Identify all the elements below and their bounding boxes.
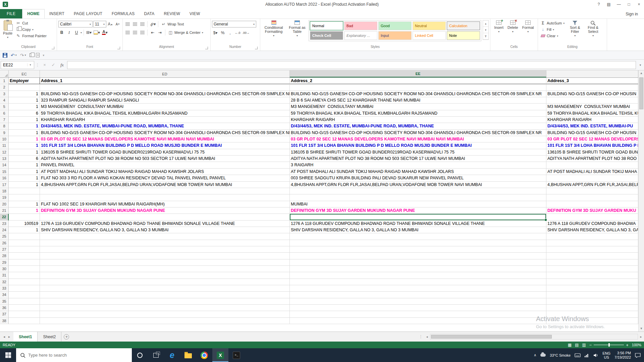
row-header-26[interactable]: 26	[0, 240, 9, 246]
name-box-dropdown[interactable]: ▾	[27, 63, 33, 66]
cell-EF34[interactable]	[546, 292, 638, 298]
row-header-11[interactable]: 11	[0, 142, 9, 149]
edge-button[interactable]: e	[164, 348, 180, 362]
align-top-button[interactable]	[124, 21, 131, 27]
underline-button[interactable]: U	[73, 29, 80, 36]
cell-style-neutral[interactable]: Neutral	[413, 21, 446, 30]
formula-input[interactable]	[67, 63, 636, 67]
row-header-20[interactable]: 20	[0, 201, 9, 207]
row-header-33[interactable]: 33	[0, 285, 9, 292]
cell-EC29[interactable]	[9, 259, 40, 266]
cortana-button[interactable]	[132, 348, 148, 362]
cell-EC37[interactable]	[9, 311, 40, 317]
cell-ED31[interactable]	[40, 272, 290, 279]
zoom-thumb[interactable]	[608, 343, 610, 347]
cell-ED6[interactable]: 59 THORIYA BHAGAL KIKA BHAGAL TEHSIL KUM…	[40, 110, 290, 117]
sheet-tab-sheet1[interactable]: Sheet1	[13, 331, 38, 342]
cell-EF18[interactable]	[546, 188, 638, 194]
align-center-button[interactable]	[131, 29, 138, 36]
new-sheet-button[interactable]: +	[61, 332, 71, 342]
align-right-button[interactable]	[139, 29, 146, 36]
cell-style-input[interactable]: Input	[378, 31, 412, 40]
cell-EF12[interactable]: 136105 B SHREE SHRUTI TOWER GOAD BUND	[546, 149, 638, 156]
horizontal-scroll-thumb[interactable]	[431, 335, 552, 339]
clear-button[interactable]: Clear▾	[539, 33, 566, 39]
cancel-entry-button[interactable]: ×	[41, 62, 48, 67]
row-header-5[interactable]: 5	[0, 104, 9, 110]
cell-EC38[interactable]	[9, 318, 40, 324]
cell-EF19[interactable]	[546, 194, 638, 201]
ribbon-tab-view[interactable]: VIEW	[185, 9, 205, 18]
fill-button[interactable]: ↓Fill▾	[539, 27, 566, 32]
cell-ED1[interactable]: Address_1	[40, 78, 290, 84]
cell-EE28[interactable]	[290, 253, 546, 259]
select-all-corner[interactable]	[0, 70, 9, 77]
cell-EE10[interactable]: 03 GR PLOT 02 SEC 12 MANAS DEVELOPERS KA…	[290, 136, 546, 142]
cell-EE9[interactable]: BUILDING NO-G/15 GANESH CO-OP HOUSING SO…	[290, 130, 546, 136]
cell-ED36[interactable]	[40, 305, 290, 311]
qat-new-document-button[interactable]	[36, 53, 40, 57]
cell-EF33[interactable]	[546, 285, 638, 292]
cell-EE13[interactable]: ADITYA NATH APARTMENT PLOT NO 38 ROOM NO…	[290, 156, 546, 162]
cell-EE38[interactable]	[290, 318, 546, 324]
cell-EE37[interactable]	[290, 311, 546, 317]
cell-EE7[interactable]: KHARGHAR RAIGARH	[290, 117, 546, 123]
vertical-scroll-thumb[interactable]	[639, 77, 643, 109]
cell-EE25[interactable]	[290, 233, 546, 240]
action-center-button[interactable]	[635, 353, 641, 358]
row-header-36[interactable]: 36	[0, 305, 9, 311]
cell-EF17[interactable]: 4,BHUSHAN APPT,GRN FLOR FLR,JASAI,BELP	[546, 182, 638, 188]
cell-EF30[interactable]	[546, 266, 638, 272]
cell-ED11[interactable]: 101 FLR 1ST 3/4 LOHA BHAVAN BUILDING P D…	[40, 142, 290, 149]
cell-EF28[interactable]	[546, 253, 638, 259]
cell-EE26[interactable]	[290, 240, 546, 246]
save-button[interactable]	[3, 53, 7, 58]
cell-EC26[interactable]	[9, 240, 40, 246]
number-format-select[interactable]: General▾	[212, 21, 256, 27]
decrease-font-size-button[interactable]: A▼	[114, 21, 121, 27]
name-box[interactable]: ▾	[1, 61, 34, 69]
cell-style-good[interactable]: Good	[378, 21, 412, 30]
cell-EF14[interactable]	[546, 162, 638, 168]
number-dialog-launcher[interactable]	[255, 47, 258, 49]
row-header-13[interactable]: 13	[0, 156, 9, 162]
cell-style-check-cell[interactable]: Check Cell	[310, 31, 343, 40]
formula-bar-expand-button[interactable]: ▾	[637, 63, 643, 67]
cell-EC31[interactable]	[9, 272, 40, 279]
delete-cells-button[interactable]: × Delete▾	[506, 19, 520, 35]
hscroll-right-button[interactable]: ▸	[638, 332, 644, 342]
cell-EC25[interactable]	[9, 233, 40, 240]
cell-ED9[interactable]: BUILDING NO-G/15 GANESH CO-OP HOUSING SO…	[40, 130, 290, 136]
font-name-select[interactable]: Calibri▾	[58, 21, 93, 27]
row-header-35[interactable]: 35	[0, 298, 9, 305]
format-as-table-button[interactable]: Format as Table ▾	[286, 19, 308, 39]
show-hidden-icons-button[interactable]: ∧	[534, 353, 536, 357]
terminal-button[interactable]: >_	[228, 348, 245, 362]
cell-EF38[interactable]	[546, 318, 638, 324]
cell-ED16[interactable]: FLAT NO 303 3 RD FLOOR A WING KOKAN RESI…	[40, 175, 290, 181]
paste-button[interactable]: Paste ▾	[1, 19, 14, 41]
row-header-14[interactable]: 14	[0, 162, 9, 168]
cell-EC16[interactable]: 1	[9, 175, 40, 181]
cell-EE36[interactable]	[290, 305, 546, 311]
gallery-down-button[interactable]: ▾	[483, 27, 488, 33]
cell-ED24[interactable]: SHIV DARSHAN RESIDENCY, GALLA NO 3, GALL…	[40, 227, 290, 233]
undo-button[interactable]: ↶▾	[11, 53, 17, 58]
cell-ED3[interactable]: BUILDING NO-G/15 GANESH CO-OP HOUSING SO…	[40, 91, 290, 97]
cell-EF15[interactable]: AT POST MADHALI ALI SUNDAR TOKIJ MAHA	[546, 169, 638, 175]
cell-ED29[interactable]	[40, 259, 290, 266]
row-header-8[interactable]: 8	[0, 123, 9, 129]
row-header-34[interactable]: 34	[0, 292, 9, 298]
row-header-1[interactable]: 1	[0, 78, 9, 84]
cell-EF13[interactable]: ADITYA NATH APARTMENT PLOT NO 38 ROO	[546, 156, 638, 162]
cell-EC23[interactable]: 100519	[9, 221, 40, 227]
cell-ED7[interactable]: KHARGHAR RAIGARH	[40, 117, 290, 123]
column-header-EE[interactable]: EE	[290, 70, 546, 77]
row-header-18[interactable]: 18	[0, 188, 9, 194]
cell-EF29[interactable]	[546, 259, 638, 266]
row-header-21[interactable]: 21	[0, 207, 9, 214]
search-input[interactable]	[28, 353, 128, 358]
cell-EE2[interactable]	[290, 84, 546, 90]
cell-EF27[interactable]	[546, 246, 638, 253]
row-header-25[interactable]: 25	[0, 233, 9, 240]
